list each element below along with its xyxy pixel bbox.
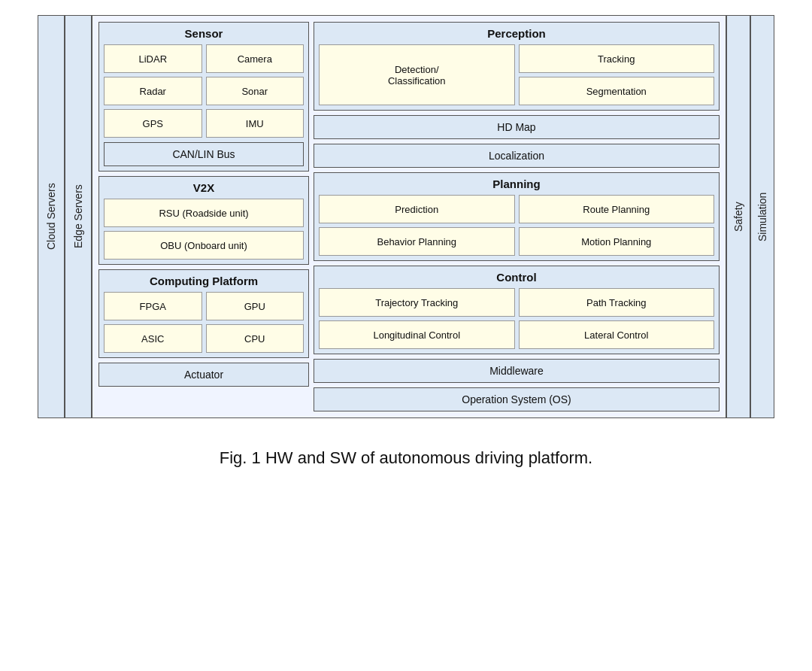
path-tracking-box: Path Tracking — [519, 288, 715, 317]
left-column: Sensor LiDAR Camera Radar Sonar GPS IMU … — [98, 22, 309, 411]
hdmap-box: HD Map — [314, 115, 720, 139]
can-lin-bus-box: CAN/LIN Bus — [104, 142, 304, 166]
radar-box: Radar — [104, 77, 202, 105]
v2x-title: V2X — [104, 181, 304, 194]
architecture-diagram: Cloud Servers Edge Servers Sensor LiDAR … — [38, 15, 774, 418]
sensor-title: Sensor — [104, 27, 304, 40]
main-content-area: Sensor LiDAR Camera Radar Sonar GPS IMU … — [92, 15, 726, 418]
figure-caption: Fig. 1 HW and SW of autonomous driving p… — [220, 448, 592, 468]
longitudinal-control-box: Longitudinal Control — [319, 320, 515, 349]
imu-box: IMU — [206, 109, 304, 138]
edge-servers-label: Edge Servers — [65, 15, 92, 418]
control-title: Control — [319, 271, 714, 284]
sonar-box: Sonar — [206, 77, 304, 105]
control-section: Control Trajectory Tracking Path Trackin… — [314, 266, 720, 354]
control-grid: Trajectory Tracking Path Tracking Longit… — [319, 288, 714, 349]
fpga-box: FPGA — [104, 292, 202, 320]
trajectory-tracking-box: Trajectory Tracking — [319, 288, 515, 317]
actuator-box: Actuator — [98, 363, 309, 387]
prediction-box: Prediction — [319, 195, 515, 223]
computing-section: Computing Platform FPGA GPU ASIC CPU — [98, 269, 309, 358]
segmentation-box: Segmentation — [519, 77, 715, 105]
motion-planning-box: Motion Planning — [519, 227, 715, 256]
lateral-control-box: Lateral Control — [519, 320, 715, 349]
perception-grid: Detection/Classification Tracking Segmen… — [319, 44, 714, 105]
planning-section: Planning Prediction Route Planning Behav… — [314, 172, 720, 261]
cpu-box: CPU — [206, 324, 304, 353]
camera-box: Camera — [206, 44, 304, 73]
localization-box: Localization — [314, 144, 720, 168]
gpu-box: GPU — [206, 292, 304, 320]
route-planning-box: Route Planning — [519, 195, 715, 223]
computing-title: Computing Platform — [104, 275, 304, 287]
rsu-box: RSU (Roadside unit) — [104, 199, 304, 227]
sensor-section: Sensor LiDAR Camera Radar Sonar GPS IMU … — [98, 22, 309, 172]
detection-classification-box: Detection/Classification — [319, 44, 515, 105]
sensor-grid: LiDAR Camera Radar Sonar GPS IMU — [104, 44, 304, 138]
middleware-box: Middleware — [314, 359, 720, 383]
simulation-label: Simulation — [750, 15, 774, 418]
planning-title: Planning — [319, 178, 714, 190]
planning-grid: Prediction Route Planning Behavior Plann… — [319, 195, 714, 256]
cloud-servers-label: Cloud Servers — [38, 15, 65, 418]
asic-box: ASIC — [104, 324, 202, 353]
right-column: Perception Detection/Classification Trac… — [314, 22, 720, 411]
perception-section: Perception Detection/Classification Trac… — [314, 22, 720, 111]
os-box: Operation System (OS) — [314, 387, 720, 411]
lidar-box: LiDAR — [104, 44, 202, 73]
safety-label: Safety — [726, 15, 750, 418]
tracking-box: Tracking — [519, 44, 715, 73]
perception-title: Perception — [319, 27, 714, 40]
v2x-grid: RSU (Roadside unit) OBU (Onboard unit) — [104, 199, 304, 260]
behavior-planning-box: Behavior Planning — [319, 227, 515, 256]
computing-grid: FPGA GPU ASIC CPU — [104, 292, 304, 353]
obu-box: OBU (Onboard unit) — [104, 231, 304, 260]
gps-box: GPS — [104, 109, 202, 138]
v2x-section: V2X RSU (Roadside unit) OBU (Onboard uni… — [98, 176, 309, 265]
